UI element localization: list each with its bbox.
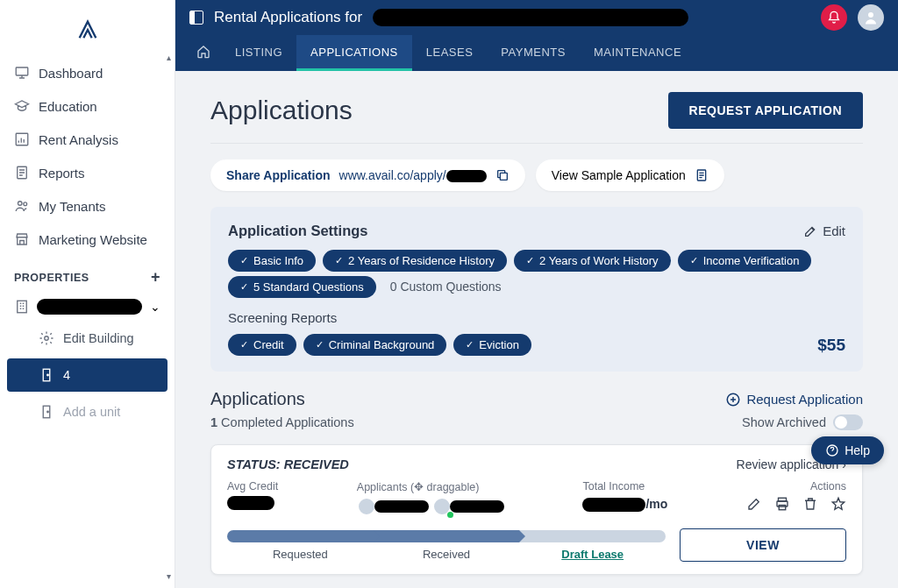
chevron-down-icon[interactable]: ⌄ [150,300,160,314]
completed-applications-count: 1 Completed Applications [210,415,354,429]
pill-criminal: ✓Criminal Background [303,334,447,356]
income-redacted [582,498,645,512]
svg-point-4 [24,202,27,206]
svg-rect-17 [779,506,786,510]
applications-subheading: Applications [210,389,305,409]
sidebar-item-tenants[interactable]: My Tenants [0,189,175,223]
sidebar-label: Edit Building [63,331,134,345]
sidebar-item-dashboard[interactable]: Dashboard [0,56,175,89]
building-icon [14,299,30,315]
share-url: www.avail.co/apply/ [339,168,487,182]
title-redacted [373,9,688,26]
sidebar-label: My Tenants [39,199,105,214]
stage-requested [227,530,374,542]
view-sample-label: View Sample Application [552,168,686,182]
properties-header: PROPERTIES + [0,256,175,292]
status-label: STATUS: RECEIVED [227,457,349,471]
divider [210,143,863,144]
storefront-icon [14,231,30,247]
sidebar-label: Add a unit [63,405,120,419]
property-item[interactable]: ⌄ [0,292,175,322]
tab-applications[interactable]: APPLICATIONS [296,35,412,71]
pill-work-history: ✓2 Years of Work History [514,250,671,272]
help-icon [825,443,839,457]
scroll-down-icon[interactable]: ▾ [167,571,171,581]
trash-icon[interactable] [802,496,818,512]
panel-toggle-icon[interactable] [189,11,203,25]
tab-home[interactable] [189,35,221,71]
door-icon [39,404,54,420]
settings-title: Application Settings [228,223,368,239]
sidebar-item-reports[interactable]: Reports [0,156,175,189]
document-icon [14,165,30,181]
tab-maintenance[interactable]: MAINTENANCE [580,35,695,71]
svg-point-3 [18,202,23,206]
pill-standard-questions: ✓5 Standard Questions [228,276,376,298]
print-icon[interactable] [774,496,790,512]
view-sample-card[interactable]: View Sample Application [536,159,724,191]
credit-redacted [227,496,274,510]
applicant-avatar[interactable] [432,497,452,516]
copy-icon[interactable] [495,168,510,182]
show-archived-toggle[interactable]: Show Archived [742,414,863,430]
sidebar-item-add-unit[interactable]: Add a unit [0,395,175,429]
property-name-redacted [37,299,142,315]
graduation-cap-icon [14,98,30,114]
sidebar: ▴ Dashboard Education Rent Analysis Repo… [0,0,175,588]
svg-point-10 [47,411,49,413]
sidebar-label: Dashboard [39,66,103,81]
actions-column: Actions [746,480,846,512]
request-application-link[interactable]: Request Application [725,392,863,407]
view-button[interactable]: VIEW [680,528,846,562]
stage-label-draft[interactable]: Draft Lease [519,548,666,561]
svg-point-6 [45,337,49,341]
sidebar-item-unit-4[interactable]: 4 [7,358,167,392]
svg-rect-12 [500,173,507,180]
notifications-button[interactable] [821,4,847,31]
pill-residence-history: ✓2 Years of Residence History [323,250,507,272]
scroll-up-icon[interactable]: ▴ [167,53,171,62]
topbar: Rental Applications for LISTING APPLICAT… [175,0,898,71]
section-heading: Applications [210,96,353,125]
sidebar-item-rent-analysis[interactable]: Rent Analysis [0,123,175,156]
stage-draft-lease [519,530,666,542]
sidebar-item-marketing[interactable]: Marketing Website [0,223,175,256]
sidebar-item-edit-building[interactable]: Edit Building [0,322,175,355]
help-button[interactable]: Help [811,436,884,464]
pencil-icon [803,224,817,238]
sidebar-item-education[interactable]: Education [0,89,175,123]
sidebar-label: Marketing Website [39,232,147,247]
tab-leases[interactable]: LEASES [412,35,488,71]
pill-credit: ✓Credit [228,334,296,356]
avg-credit-column: Avg Credit [227,480,278,510]
request-application-button[interactable]: REQUEST APPLICATION [668,92,863,129]
home-icon [196,45,210,59]
properties-title: PROPERTIES [14,272,89,284]
stage-label: Requested [227,548,374,561]
edit-settings-link[interactable]: Edit [803,223,845,238]
user-avatar[interactable] [858,4,884,31]
tab-listing[interactable]: LISTING [221,35,296,71]
add-property-icon[interactable]: + [151,268,160,287]
people-icon [14,198,30,214]
bell-icon [827,11,841,25]
gear-icon [39,330,54,346]
plus-circle-icon [725,392,741,407]
user-icon [863,10,879,25]
stage-received [374,530,520,542]
screening Reports-subheading: Screening Reports [228,310,845,325]
edit-icon[interactable] [746,496,762,512]
document-icon [695,168,709,182]
svg-rect-5 [18,301,27,313]
tab-payments[interactable]: PAYMENTS [487,35,580,71]
applicant-name-redacted [450,500,504,513]
toggle-switch[interactable] [833,414,863,430]
logo [0,7,175,56]
pill-income-verification: ✓Income Verification [678,250,812,272]
tabs: LISTING APPLICATIONS LEASES PAYMENTS MAI… [175,35,898,71]
star-icon[interactable] [830,496,846,512]
content: Applications REQUEST APPLICATION Share A… [175,71,898,588]
svg-rect-1 [16,133,28,145]
applicant-avatar[interactable] [357,497,376,516]
total-income-column: Total Income /mo [582,480,667,512]
